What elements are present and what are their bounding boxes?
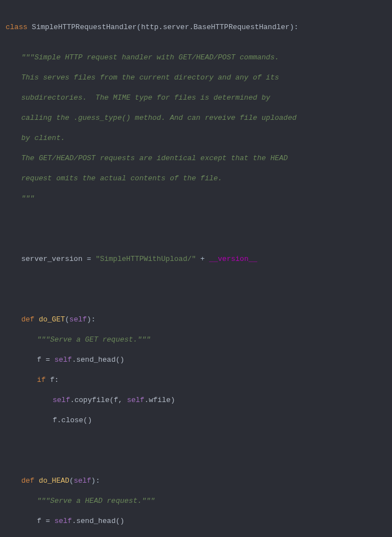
function-name: do_GET — [39, 315, 65, 324]
code-line[interactable]: """Serve a GET request.""" — [6, 335, 392, 345]
code-line[interactable]: subdirectories. The MIME type for files … — [6, 93, 392, 103]
code-line[interactable]: by client. — [6, 133, 392, 143]
code-line[interactable]: if f: — [6, 375, 392, 385]
docstring: by client. — [21, 134, 65, 142]
base-class: http.server.BaseHTTPRequestHandler — [141, 23, 290, 31]
keyword-class: class — [6, 23, 27, 31]
docstring: """Simple HTTP request handler with GET/… — [21, 53, 279, 62]
code-line[interactable]: This serves files from the current direc… — [6, 73, 392, 83]
docstring: """ — [21, 194, 34, 203]
docstring: subdirectories. The MIME type for files … — [21, 94, 270, 102]
code-line[interactable]: request omits the actual contents of the… — [6, 174, 392, 184]
blank-line[interactable] — [6, 224, 392, 234]
code-line[interactable]: f = self.send_head() — [6, 355, 392, 365]
code-line[interactable]: server_version = "SimpleHTTPWithUpload/"… — [6, 254, 392, 264]
docstring: calling the .guess_type() method. And ca… — [21, 114, 296, 122]
blank-line[interactable] — [6, 446, 392, 456]
docstring: This serves files from the current direc… — [21, 73, 279, 82]
code-line[interactable]: class SimpleHTTPRequestHandler(http.serv… — [6, 22, 392, 32]
keyword-def: def — [21, 315, 34, 324]
docstring: """Serve a HEAD request.""" — [37, 497, 155, 505]
code-line[interactable]: def do_HEAD(self): — [6, 476, 392, 486]
code-line[interactable]: """ — [6, 194, 392, 204]
self: self — [69, 315, 87, 324]
dunder-version: __version__ — [209, 255, 257, 263]
code-line[interactable]: calling the .guess_type() method. And ca… — [6, 113, 392, 123]
code-editor[interactable]: class SimpleHTTPRequestHandler(http.serv… — [0, 2, 392, 537]
code-line[interactable]: """Simple HTTP request handler with GET/… — [6, 53, 392, 63]
docstring: The GET/HEAD/POST requests are identical… — [21, 154, 288, 162]
docstring: request omits the actual contents of the… — [21, 174, 222, 183]
code-line[interactable]: self.copyfile(f, self.wfile) — [6, 395, 392, 405]
function-name: do_HEAD — [39, 477, 69, 485]
class-name: SimpleHTTPRequestHandler — [32, 23, 137, 31]
code-line[interactable]: The GET/HEAD/POST requests are identical… — [6, 153, 392, 164]
code-line[interactable]: """Serve a HEAD request.""" — [6, 496, 392, 506]
blank-line[interactable] — [6, 284, 392, 295]
string-literal: "SimpleHTTPWithUpload/" — [96, 255, 196, 263]
code-line[interactable]: f.close() — [6, 415, 392, 426]
docstring: """Serve a GET request.""" — [37, 335, 151, 344]
code-line[interactable]: f = self.send_head() — [6, 516, 392, 526]
code-line[interactable]: def do_GET(self): — [6, 315, 392, 325]
identifier: server_version — [21, 255, 82, 263]
